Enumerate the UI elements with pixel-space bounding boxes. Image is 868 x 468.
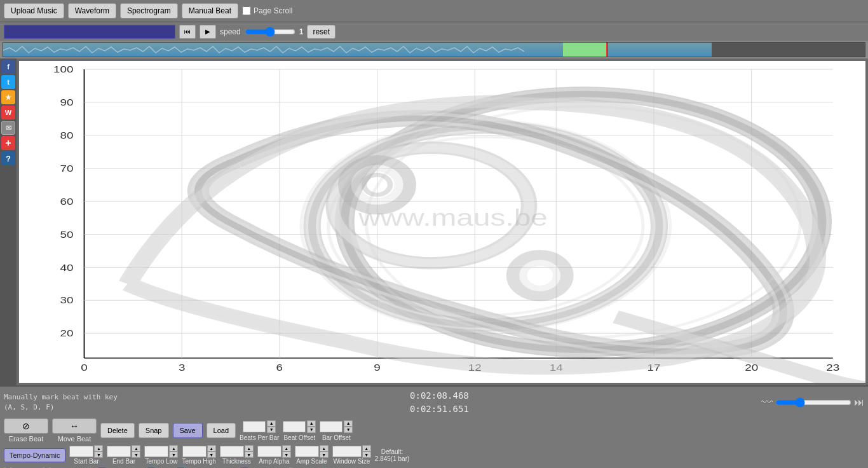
- start-bar-label: Start Bar: [74, 458, 98, 465]
- waveform-button[interactable]: Waveform: [68, 3, 116, 18]
- spectrogram-button[interactable]: Spectrogram: [120, 3, 178, 18]
- bar-offset-input[interactable]: 22: [320, 421, 342, 432]
- page-scroll-checkbox[interactable]: [242, 6, 251, 15]
- tempo-high-down[interactable]: ▼: [207, 451, 216, 458]
- amp-alpha-input[interactable]: 20: [257, 446, 281, 457]
- amp-alpha-up[interactable]: ▲: [282, 445, 291, 451]
- window-size-group: 2.845 ▲ ▼ Window Size: [332, 445, 371, 465]
- page-scroll-label: Page Scroll: [242, 6, 292, 15]
- load-button[interactable]: Load: [207, 423, 236, 438]
- svg-text:20: 20: [60, 329, 73, 339]
- tempo-high-label: Tempo High: [182, 458, 215, 465]
- bar-offset-up[interactable]: ▲: [344, 420, 353, 427]
- move-beat-button[interactable]: ↔: [52, 418, 97, 434]
- tempo-low-label: Tempo Low: [145, 458, 177, 465]
- time1: 0:02:08.468: [410, 389, 469, 403]
- thickness-input[interactable]: 3: [220, 446, 244, 457]
- window-size-down[interactable]: ▼: [362, 451, 371, 458]
- second-row: Verdi-La_Traviata_Aria_Violetta-Sembrich…: [0, 22, 868, 41]
- star-icon[interactable]: ★: [1, 90, 15, 104]
- tempo-dynamic-button[interactable]: Tempo-Dynamic: [4, 448, 65, 462]
- svg-text:40: 40: [60, 263, 73, 273]
- waveform-container[interactable]: [3, 42, 865, 57]
- amp-scale-up[interactable]: ▲: [320, 445, 329, 451]
- tempo-low-group: 20 ▲ ▼ Tempo Low: [144, 445, 178, 465]
- svg-text:www.maus.be: www.maus.be: [358, 205, 548, 231]
- tempo-high-up[interactable]: ▲: [207, 445, 216, 451]
- beat-offset-input[interactable]: 0: [283, 421, 306, 432]
- add-icon[interactable]: +: [1, 136, 15, 150]
- svg-text:50: 50: [60, 230, 73, 240]
- amp-alpha-down[interactable]: ▼: [282, 451, 291, 458]
- rewind-button[interactable]: ⏮: [179, 25, 196, 39]
- svg-text:3: 3: [179, 362, 185, 373]
- play-button[interactable]: ▶: [200, 25, 216, 39]
- status-text: Manually mark beat with key (A, S, D, F): [4, 392, 118, 413]
- snap-button[interactable]: Snap: [139, 423, 169, 438]
- svg-text:6: 6: [276, 362, 283, 373]
- beats-per-bar-up[interactable]: ▲: [267, 420, 276, 427]
- beats-per-bar-down[interactable]: ▼: [267, 427, 276, 433]
- svg-text:100: 100: [53, 64, 73, 74]
- bottom-row2: ⊘ Erase Beat ↔ Move Beat Delete Snap Sav…: [4, 418, 864, 443]
- bottom-row3: Tempo-Dynamic 1 ▲ ▼ Start Bar 49 ▲ ▼ End…: [4, 445, 864, 465]
- waveform-bar: [0, 41, 868, 59]
- svg-text:23: 23: [826, 362, 839, 373]
- speed-label: speed: [220, 27, 241, 36]
- tempo-high-input[interactable]: 100: [182, 446, 207, 457]
- delete-button[interactable]: Delete: [100, 423, 135, 438]
- svg-text:60: 60: [60, 196, 73, 207]
- mail-icon[interactable]: ✉: [1, 121, 15, 135]
- svg-text:0: 0: [81, 362, 87, 373]
- beat-offset-down[interactable]: ▼: [307, 427, 316, 433]
- start-bar-down[interactable]: ▼: [94, 451, 103, 458]
- start-bar-up[interactable]: ▲: [94, 445, 103, 451]
- speed-value: 1: [299, 27, 304, 36]
- default-val-line2: 2.845(1 bar): [375, 455, 409, 462]
- beat-offset-up[interactable]: ▲: [307, 420, 316, 427]
- window-size-up[interactable]: ▲: [362, 445, 371, 451]
- start-bar-group: 1 ▲ ▼ Start Bar: [69, 445, 103, 465]
- end-bar-input[interactable]: 49: [107, 446, 131, 457]
- twitter-icon[interactable]: t: [1, 75, 15, 89]
- facebook-icon[interactable]: f: [1, 60, 15, 74]
- status-line2: (A, S, D, F): [4, 403, 118, 413]
- erase-beat-button[interactable]: ⊘: [4, 418, 48, 434]
- upload-music-button[interactable]: Upload Music: [4, 3, 64, 18]
- speed-slider[interactable]: [245, 27, 295, 37]
- beats-per-bar-label: Beats Per Bar: [240, 434, 279, 441]
- end-bar-up[interactable]: ▲: [132, 445, 140, 451]
- amp-scale-input[interactable]: 2: [295, 446, 319, 457]
- tempo-low-down[interactable]: ▼: [169, 451, 178, 458]
- save-button[interactable]: Save: [173, 423, 203, 438]
- tempo-low-up[interactable]: ▲: [169, 445, 178, 451]
- svg-text:80: 80: [60, 130, 73, 141]
- window-size-label: Window Size: [333, 458, 370, 465]
- start-bar-input[interactable]: 1: [69, 446, 93, 457]
- amp-alpha-group: 20 ▲ ▼ Amp Alpha: [257, 445, 291, 465]
- help-icon[interactable]: ?: [1, 151, 15, 165]
- worm-slider[interactable]: [775, 397, 851, 408]
- thickness-down[interactable]: ▼: [245, 451, 254, 458]
- erase-beat-label: Erase Beat: [9, 435, 43, 443]
- bar-offset-group: 22 ▲ ▼ Bar Offset: [320, 420, 353, 441]
- manual-beat-button[interactable]: Manual Beat: [182, 3, 238, 18]
- beats-per-bar-input[interactable]: 3: [243, 421, 266, 432]
- tempo-low-input[interactable]: 20: [144, 446, 168, 457]
- file-name-input[interactable]: Verdi-La_Traviata_Aria_Violetta-Sembrich…: [4, 25, 175, 39]
- bar-offset-down[interactable]: ▼: [344, 427, 353, 433]
- svg-text:30: 30: [60, 296, 73, 306]
- thickness-up[interactable]: ▲: [245, 445, 254, 451]
- svg-text:9: 9: [374, 362, 380, 373]
- end-bar-down[interactable]: ▼: [132, 451, 140, 458]
- chart-svg: 100 90 80 70 60 50 40 30 20 0 3 6 9 12 1…: [19, 61, 865, 383]
- move-beat-label: Move Beat: [58, 435, 92, 443]
- weibo-icon[interactable]: W: [1, 106, 15, 120]
- time-display: 0:02:08.468 0:02:51.651: [410, 389, 469, 416]
- amp-scale-down[interactable]: ▼: [320, 451, 329, 458]
- window-size-input[interactable]: 2.845: [332, 446, 362, 457]
- beat-offset-label: Beat Offset: [283, 434, 315, 441]
- reset-button[interactable]: reset: [307, 25, 336, 39]
- end-bar-label: End Bar: [112, 458, 135, 465]
- worm-control: 〰 ⏭: [761, 396, 864, 410]
